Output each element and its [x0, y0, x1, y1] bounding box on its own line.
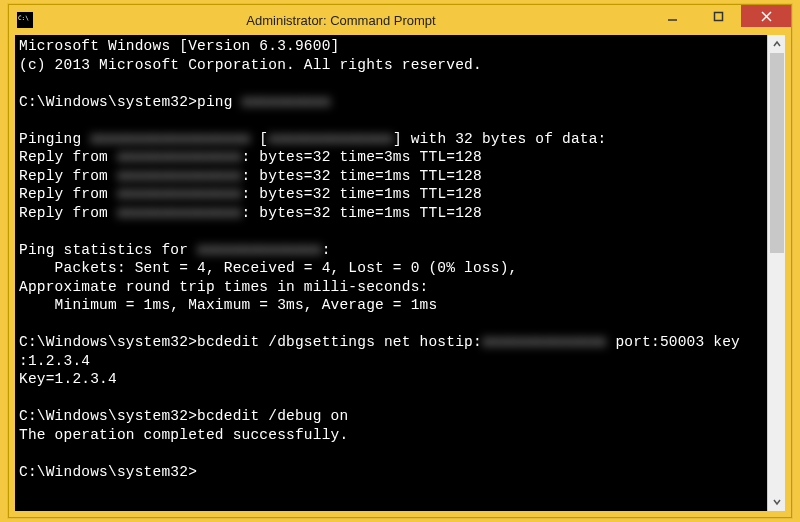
redacted-text: xxxxxxxxxxxxxx: [268, 131, 393, 147]
terminal-text: port:50003 key: [607, 334, 741, 350]
terminal-output[interactable]: Microsoft Windows [Version 6.3.9600](c) …: [15, 35, 767, 511]
terminal-line: :1.2.3.4: [19, 352, 763, 371]
window-controls: [649, 5, 791, 27]
terminal-text: : bytes=32 time=3ms TTL=128: [242, 149, 482, 165]
redacted-text: xxxxxxxxxx: [242, 94, 331, 110]
terminal-text: Reply from: [19, 149, 117, 165]
terminal-text: C:\Windows\system32>bcdedit /dbgsettings…: [19, 334, 482, 350]
titlebar[interactable]: Administrator: Command Prompt: [9, 5, 791, 35]
scrollbar[interactable]: [767, 35, 785, 511]
terminal-line: Packets: Sent = 4, Received = 4, Lost = …: [19, 259, 763, 278]
window-title: Administrator: Command Prompt: [33, 13, 649, 28]
minimize-button[interactable]: [649, 5, 695, 27]
redacted-text: xxxxxxxxxxxxxx: [197, 242, 322, 258]
terminal-line: C:\Windows\system32>bcdedit /dbgsettings…: [19, 333, 763, 352]
redacted-text: xxxxxxxxxxxxxx: [482, 334, 607, 350]
redacted-text: xxxxxxxxxxxxxx: [117, 186, 242, 202]
terminal-line: Reply from xxxxxxxxxxxxxx: bytes=32 time…: [19, 204, 763, 223]
terminal-line: [19, 111, 763, 130]
command-prompt-window: Administrator: Command Prompt Microsoft …: [8, 4, 792, 518]
terminal-line: Key=1.2.3.4: [19, 370, 763, 389]
terminal-line: Pinging xxxxxxxxxxxxxxxxxx [xxxxxxxxxxxx…: [19, 130, 763, 149]
terminal-line: Approximate round trip times in milli-se…: [19, 278, 763, 297]
terminal-text: Ping statistics for: [19, 242, 197, 258]
scroll-down-icon[interactable]: [768, 493, 786, 511]
terminal-line: Reply from xxxxxxxxxxxxxx: bytes=32 time…: [19, 148, 763, 167]
terminal-text: Reply from: [19, 205, 117, 221]
redacted-text: xxxxxxxxxxxxxx: [117, 168, 242, 184]
scroll-up-icon[interactable]: [768, 35, 786, 53]
content-area: Microsoft Windows [Version 6.3.9600](c) …: [15, 35, 785, 511]
terminal-text: ] with 32 bytes of data:: [393, 131, 607, 147]
terminal-line: C:\Windows\system32>: [19, 463, 763, 482]
terminal-text: Reply from: [19, 168, 117, 184]
scroll-thumb[interactable]: [770, 53, 784, 253]
redacted-text: xxxxxxxxxxxxxxxxxx: [90, 131, 250, 147]
redacted-text: xxxxxxxxxxxxxx: [117, 205, 242, 221]
terminal-line: Reply from xxxxxxxxxxxxxx: bytes=32 time…: [19, 185, 763, 204]
terminal-line: C:\Windows\system32>ping xxxxxxxxxx: [19, 93, 763, 112]
terminal-line: The operation completed successfully.: [19, 426, 763, 445]
close-button[interactable]: [741, 5, 791, 27]
terminal-text: [: [250, 131, 268, 147]
terminal-line: Microsoft Windows [Version 6.3.9600]: [19, 37, 763, 56]
svg-rect-1: [714, 12, 722, 20]
redacted-text: xxxxxxxxxxxxxx: [117, 149, 242, 165]
terminal-line: Minimum = 1ms, Maximum = 3ms, Average = …: [19, 296, 763, 315]
terminal-text: :: [322, 242, 331, 258]
terminal-line: C:\Windows\system32>bcdedit /debug on: [19, 407, 763, 426]
terminal-line: [19, 74, 763, 93]
terminal-line: [19, 389, 763, 408]
terminal-line: Ping statistics for xxxxxxxxxxxxxx:: [19, 241, 763, 260]
maximize-button[interactable]: [695, 5, 741, 27]
terminal-line: [19, 222, 763, 241]
terminal-line: [19, 315, 763, 334]
terminal-text: : bytes=32 time=1ms TTL=128: [242, 168, 482, 184]
terminal-text: Reply from: [19, 186, 117, 202]
terminal-text: C:\Windows\system32>ping: [19, 94, 242, 110]
terminal-text: : bytes=32 time=1ms TTL=128: [242, 205, 482, 221]
terminal-line: [19, 444, 763, 463]
terminal-line: Reply from xxxxxxxxxxxxxx: bytes=32 time…: [19, 167, 763, 186]
terminal-line: (c) 2013 Microsoft Corporation. All righ…: [19, 56, 763, 75]
terminal-text: : bytes=32 time=1ms TTL=128: [242, 186, 482, 202]
cmd-icon: [17, 12, 33, 28]
terminal-text: Pinging: [19, 131, 90, 147]
